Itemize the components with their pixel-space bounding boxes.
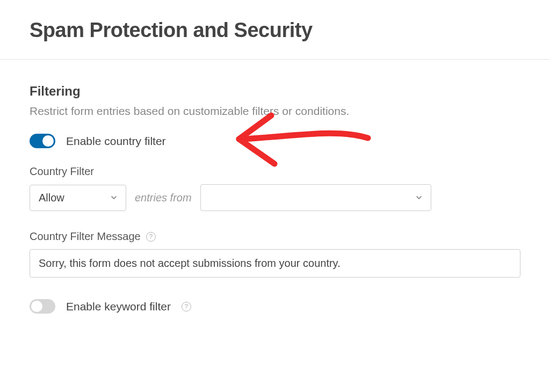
countries-select[interactable]: [200, 184, 431, 211]
country-filter-label: Country Filter: [30, 165, 520, 178]
filtering-section-title: Filtering: [30, 84, 520, 99]
allow-deny-value: Allow: [39, 192, 64, 204]
help-icon[interactable]: ?: [146, 232, 156, 242]
annotation-arrow-icon: [234, 112, 373, 171]
page-title: Spam Protection and Security: [30, 19, 520, 42]
enable-country-filter-toggle[interactable]: [30, 134, 55, 148]
filtering-section-description: Restrict form entries based on customiza…: [30, 103, 520, 119]
enable-keyword-filter-row: Enable keyword filter ?: [30, 299, 520, 314]
chevron-down-icon: [415, 193, 423, 202]
section-divider: [0, 59, 550, 60]
enable-keyword-filter-toggle[interactable]: [30, 299, 55, 314]
enable-country-filter-row: Enable country filter: [30, 134, 520, 148]
toggle-knob: [42, 135, 54, 147]
country-filter-message-label: Country Filter Message ?: [30, 230, 520, 243]
country-filter-message-label-text: Country Filter Message: [30, 230, 141, 243]
country-filter-label-text: Country Filter: [30, 165, 94, 178]
allow-deny-select[interactable]: Allow: [30, 185, 126, 211]
toggle-knob: [31, 301, 42, 312]
chevron-down-icon: [110, 193, 118, 202]
country-filter-row: Allow entries from: [30, 184, 520, 211]
country-filter-message-input[interactable]: [30, 249, 520, 278]
entries-from-text: entries from: [135, 192, 192, 204]
enable-keyword-filter-label: Enable keyword filter: [66, 300, 171, 313]
enable-country-filter-label: Enable country filter: [66, 135, 166, 148]
help-icon[interactable]: ?: [182, 302, 191, 311]
